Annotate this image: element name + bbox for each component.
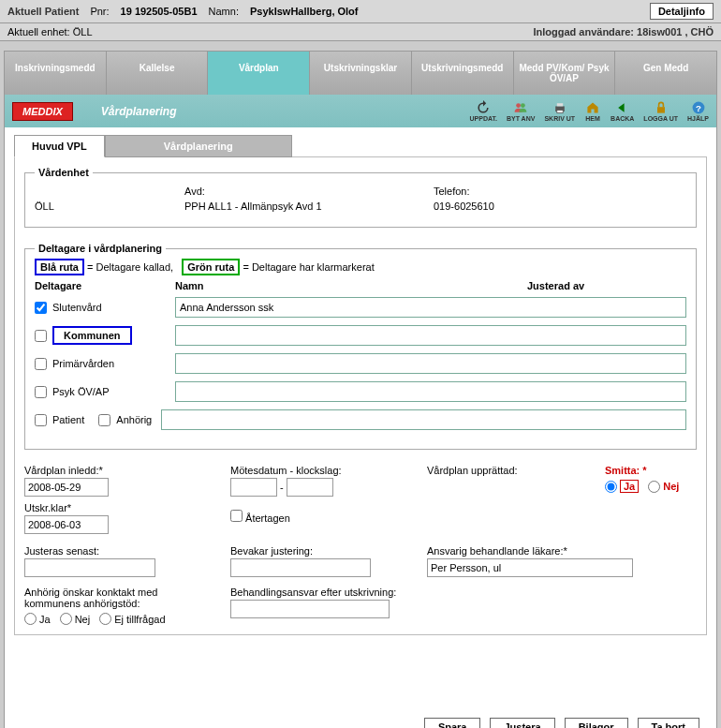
lock-icon — [653, 100, 670, 115]
justeras-input[interactable] — [24, 558, 155, 577]
checkbox-slutenvard[interactable] — [35, 302, 47, 314]
checkbox-kommunen[interactable] — [35, 330, 47, 342]
name-label: Namn: — [209, 6, 239, 17]
green-note: = Deltagare har klarmarkerat — [243, 261, 374, 273]
logo: MEDDIX — [12, 102, 73, 121]
anhorig-kontakt-label: Anhörig önskar konktakt med kommunens an… — [24, 587, 202, 609]
save-button[interactable]: Spara — [424, 718, 481, 728]
name-value: PsykIswHallberg, Olof — [250, 6, 359, 17]
justeras-label: Justeras senast: — [24, 545, 202, 557]
tab-kallelse[interactable]: Kallelse — [107, 52, 209, 95]
svg-point-0 — [516, 103, 521, 108]
checkbox-psyk[interactable] — [35, 386, 47, 398]
refresh-button[interactable]: UPPDAT. — [470, 100, 497, 122]
blue-note: = Deltagare kallad, — [87, 261, 173, 273]
pnr-label: Pnr: — [90, 6, 109, 17]
smitta-ja-label: Ja — [620, 480, 639, 493]
svg-text:?: ? — [696, 103, 701, 113]
tab-medd-pv-kom[interactable]: Medd PV/Kom/ Psyk ÖV/AP — [514, 52, 616, 95]
radio-smitta-ja[interactable] — [605, 481, 617, 493]
patient-label: Aktuell Patient — [7, 6, 79, 17]
smitta-label: Smitta: * — [605, 465, 679, 476]
delete-button[interactable]: Ta bort — [638, 718, 699, 728]
bevakar-input[interactable] — [230, 558, 371, 577]
atertagen-label: Återtagen — [245, 513, 290, 524]
klockslag-input[interactable] — [287, 478, 333, 497]
name-patient-input[interactable] — [161, 409, 686, 430]
radio-ak-nej[interactable] — [60, 613, 72, 625]
name-primarvarden-input[interactable] — [175, 353, 686, 374]
tab-gen-medd[interactable]: Gen Medd — [615, 52, 716, 95]
svg-rect-4 — [557, 110, 563, 112]
tab-vardplan[interactable]: Vårdplan — [208, 52, 310, 95]
avd-value: PPH ALL1 - Allmänpsyk Avd 1 — [184, 201, 434, 212]
help-button[interactable]: ? HJÄLP — [687, 100, 709, 122]
page-title: Vårdplanering — [101, 105, 177, 118]
checkbox-primarvarden[interactable] — [35, 358, 47, 370]
name-psyk-input[interactable] — [175, 381, 686, 402]
bevakar-label: Bevakar justering: — [230, 545, 399, 557]
utskrklar-label: Utskr.klar* — [24, 502, 202, 513]
ansvarig-input[interactable] — [427, 558, 633, 577]
justera-button[interactable]: Justera — [490, 718, 554, 728]
tab-utskrivningsklar[interactable]: Utskrivningsklar — [310, 52, 412, 95]
name-kommunen-input[interactable] — [175, 325, 686, 346]
blue-box-label: Blå ruta — [35, 259, 84, 275]
pnr-value: 19 192505-05B1 — [121, 6, 198, 17]
checkbox-anhorig[interactable] — [98, 414, 110, 426]
tab-utskrivningsmedd[interactable]: Utskrivningsmedd — [412, 52, 514, 95]
label-anhorig: Anhörig — [116, 414, 152, 425]
unit-value: ÖLL — [35, 201, 184, 212]
label-slutenvard: Slutenvård — [52, 302, 102, 313]
inner-tab-huvud[interactable]: Huvud VPL — [14, 135, 105, 157]
radio-smitta-nej[interactable] — [648, 481, 660, 493]
checkbox-patient[interactable] — [35, 414, 47, 426]
inledd-input[interactable] — [24, 478, 109, 497]
switch-user-button[interactable]: BYT ANV — [507, 100, 535, 122]
unit-label: Aktuell enhet: ÖLL — [7, 26, 93, 37]
col-namn: Namn — [175, 280, 527, 291]
behandling-label: Behandlingsansvar efter utskrivning: — [230, 587, 399, 598]
col-justerad: Justerad av — [527, 280, 686, 291]
green-box-label: Grön ruta — [182, 259, 240, 275]
svg-rect-5 — [657, 107, 665, 112]
refresh-icon — [475, 100, 492, 115]
logout-button[interactable]: LOGGA UT — [643, 100, 678, 122]
behandling-input[interactable] — [230, 600, 390, 618]
logged-in-user: Inloggad användare: 18isw001 , CHÖ — [533, 26, 714, 37]
label-kommunen: Kommunen — [52, 326, 132, 345]
tel-label: Telefon: — [434, 186, 686, 197]
back-arrow-icon — [614, 100, 631, 115]
svg-point-1 — [521, 103, 525, 108]
inledd-label: Vårdplan inledd:* — [24, 465, 202, 476]
label-patient: Patient — [52, 414, 84, 425]
vardenhet-legend: Vårdenhet — [35, 167, 93, 178]
inner-tab-plan[interactable]: Vårdplanering — [105, 135, 292, 157]
tab-inskrivningsmedd[interactable]: Inskrivningsmedd — [5, 52, 107, 95]
radio-ak-ej[interactable] — [99, 613, 111, 625]
name-slutenvard-input[interactable] — [175, 297, 686, 318]
back-button[interactable]: BACKA — [611, 100, 634, 122]
label-psyk: Psyk ÖV/AP — [52, 386, 110, 397]
home-button[interactable]: HEM — [584, 100, 601, 122]
printer-icon — [552, 100, 568, 115]
motesdatum-label: Mötesdatum - klockslag: — [230, 465, 399, 476]
upprättad-label: Vårdplan upprättad: — [427, 465, 577, 476]
radio-ak-ja[interactable] — [24, 613, 37, 625]
checkbox-atertagen[interactable] — [230, 510, 243, 522]
print-button[interactable]: SKRIV UT — [544, 100, 575, 122]
label-primarvarden: Primärvården — [52, 358, 114, 369]
home-icon — [584, 100, 601, 115]
col-deltagare: Deltagare — [35, 280, 175, 291]
detail-button[interactable]: Detaljinfo — [650, 3, 714, 20]
deltagare-legend: Deltagare i vårdplanering — [35, 243, 166, 254]
smitta-nej-label: Nej — [663, 481, 679, 492]
ansvarig-label: Ansvarig behandlande läkare:* — [427, 545, 697, 557]
avd-label: Avd: — [184, 186, 434, 197]
utskrklar-input[interactable] — [24, 515, 109, 534]
users-icon — [512, 100, 529, 115]
bilagor-button[interactable]: Bilagor — [565, 718, 628, 728]
tel-value: 019-6025610 — [434, 201, 686, 212]
motesdatum-input[interactable] — [230, 478, 277, 497]
help-icon: ? — [690, 100, 707, 115]
